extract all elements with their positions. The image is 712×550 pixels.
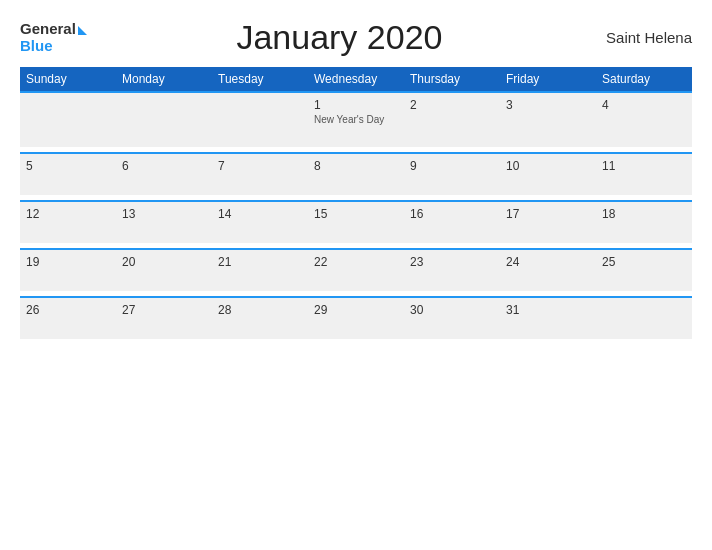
- day-number-18: 18: [602, 207, 686, 221]
- logo: General Blue: [20, 21, 87, 54]
- cell-w2-d4: 9: [404, 153, 500, 195]
- day-number-6: 6: [122, 159, 206, 173]
- header-friday: Friday: [500, 67, 596, 92]
- day-number-16: 16: [410, 207, 494, 221]
- logo-blue-text: Blue: [20, 38, 87, 55]
- header-wednesday: Wednesday: [308, 67, 404, 92]
- day-number-31: 31: [506, 303, 590, 317]
- cell-w3-d4: 16: [404, 201, 500, 243]
- cell-w3-d1: 13: [116, 201, 212, 243]
- header: General Blue January 2020 Saint Helena: [20, 18, 692, 57]
- day-number-27: 27: [122, 303, 206, 317]
- cell-w2-d0: 5: [20, 153, 116, 195]
- cell-w4-d3: 22: [308, 249, 404, 291]
- day-number-8: 8: [314, 159, 398, 173]
- cell-w2-d2: 7: [212, 153, 308, 195]
- logo-triangle-icon: [78, 26, 87, 35]
- header-monday: Monday: [116, 67, 212, 92]
- cell-w4-d0: 19: [20, 249, 116, 291]
- calendar-table: Sunday Monday Tuesday Wednesday Thursday…: [20, 67, 692, 339]
- cell-w4-d5: 24: [500, 249, 596, 291]
- header-tuesday: Tuesday: [212, 67, 308, 92]
- cell-w5-d1: 27: [116, 297, 212, 339]
- cell-w5-d0: 26: [20, 297, 116, 339]
- day-number-1: 1: [314, 98, 398, 112]
- cell-w2-d5: 10: [500, 153, 596, 195]
- logo-general-text: General: [20, 21, 76, 38]
- event-label-1: New Year's Day: [314, 114, 398, 125]
- day-number-3: 3: [506, 98, 590, 112]
- day-number-30: 30: [410, 303, 494, 317]
- cell-w1-d4: 2: [404, 92, 500, 147]
- cell-w5-d6: [596, 297, 692, 339]
- calendar-page: General Blue January 2020 Saint Helena S…: [0, 0, 712, 550]
- cell-w2-d6: 11: [596, 153, 692, 195]
- day-number-15: 15: [314, 207, 398, 221]
- region-label: Saint Helena: [592, 29, 692, 46]
- cell-w2-d3: 8: [308, 153, 404, 195]
- day-number-7: 7: [218, 159, 302, 173]
- day-number-11: 11: [602, 159, 686, 173]
- cell-w3-d2: 14: [212, 201, 308, 243]
- day-number-24: 24: [506, 255, 590, 269]
- cell-w4-d1: 20: [116, 249, 212, 291]
- day-number-20: 20: [122, 255, 206, 269]
- cell-w4-d4: 23: [404, 249, 500, 291]
- day-number-23: 23: [410, 255, 494, 269]
- cell-w2-d1: 6: [116, 153, 212, 195]
- week-row-4: 19202122232425: [20, 249, 692, 291]
- day-number-26: 26: [26, 303, 110, 317]
- day-number-19: 19: [26, 255, 110, 269]
- cell-w5-d3: 29: [308, 297, 404, 339]
- day-number-9: 9: [410, 159, 494, 173]
- week-row-2: 567891011: [20, 153, 692, 195]
- day-number-2: 2: [410, 98, 494, 112]
- cell-w1-d0: [20, 92, 116, 147]
- day-number-5: 5: [26, 159, 110, 173]
- day-number-29: 29: [314, 303, 398, 317]
- cell-w1-d6: 4: [596, 92, 692, 147]
- day-number-21: 21: [218, 255, 302, 269]
- cell-w3-d6: 18: [596, 201, 692, 243]
- day-number-4: 4: [602, 98, 686, 112]
- days-header-row: Sunday Monday Tuesday Wednesday Thursday…: [20, 67, 692, 92]
- cell-w1-d3: 1New Year's Day: [308, 92, 404, 147]
- calendar-title: January 2020: [87, 18, 592, 57]
- header-saturday: Saturday: [596, 67, 692, 92]
- week-row-5: 262728293031: [20, 297, 692, 339]
- header-thursday: Thursday: [404, 67, 500, 92]
- week-row-1: 1New Year's Day234: [20, 92, 692, 147]
- cell-w1-d1: [116, 92, 212, 147]
- day-number-28: 28: [218, 303, 302, 317]
- cell-w5-d2: 28: [212, 297, 308, 339]
- day-number-25: 25: [602, 255, 686, 269]
- cell-w4-d2: 21: [212, 249, 308, 291]
- day-number-17: 17: [506, 207, 590, 221]
- day-number-22: 22: [314, 255, 398, 269]
- day-number-13: 13: [122, 207, 206, 221]
- cell-w3-d5: 17: [500, 201, 596, 243]
- cell-w1-d2: [212, 92, 308, 147]
- cell-w3-d0: 12: [20, 201, 116, 243]
- header-sunday: Sunday: [20, 67, 116, 92]
- cell-w5-d5: 31: [500, 297, 596, 339]
- day-number-10: 10: [506, 159, 590, 173]
- week-row-3: 12131415161718: [20, 201, 692, 243]
- day-number-14: 14: [218, 207, 302, 221]
- cell-w3-d3: 15: [308, 201, 404, 243]
- day-number-12: 12: [26, 207, 110, 221]
- cell-w1-d5: 3: [500, 92, 596, 147]
- cell-w5-d4: 30: [404, 297, 500, 339]
- cell-w4-d6: 25: [596, 249, 692, 291]
